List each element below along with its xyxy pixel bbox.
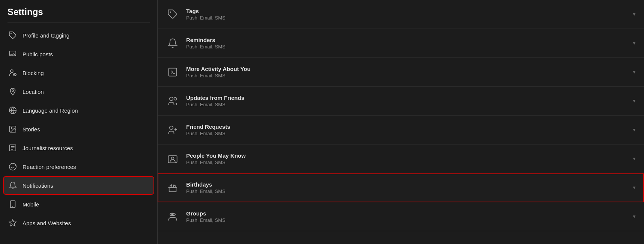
notif-subtitle: Push, Email, SMS (186, 73, 627, 78)
svg-point-19 (170, 11, 171, 13)
svg-point-23 (170, 126, 173, 130)
sidebar-item-label: Apps and Websites (23, 220, 71, 226)
person-add-icon (165, 122, 180, 137)
sidebar-item-language-region[interactable]: Language and Region (3, 101, 154, 120)
sidebar-item-label: Profile and tagging (23, 32, 69, 39)
comment-square-icon (8, 50, 17, 59)
svg-point-27 (172, 157, 174, 160)
sidebar-item-location[interactable]: Location (3, 82, 154, 101)
sidebar-item-label: Language and Region (23, 107, 78, 114)
notif-row-reminders[interactable]: Reminders Push, Email, SMS ▼ (158, 29, 644, 58)
sidebar-item-notifications[interactable]: Notifications (3, 176, 154, 195)
notif-title: Birthdays (186, 181, 627, 188)
tag-icon (8, 31, 17, 40)
notif-row-tags[interactable]: Tags Push, Email, SMS ▼ (158, 0, 644, 29)
sidebar-item-blocking[interactable]: Blocking (3, 63, 154, 82)
notif-title: More Activity About You (186, 66, 627, 72)
notif-subtitle: Push, Email, SMS (186, 44, 627, 50)
chevron-down-icon: ▼ (632, 127, 636, 133)
tags-icon (165, 7, 180, 22)
reminders-icon (165, 36, 180, 51)
sidebar-item-label: Blocking (23, 70, 44, 76)
svg-point-14 (9, 163, 16, 170)
notif-row-birthdays[interactable]: Birthdays Push, Email, SMS ▼ (158, 173, 644, 202)
image-frame-icon (8, 125, 17, 134)
sidebar-item-label: Notifications (23, 182, 53, 189)
apps-icon (8, 218, 17, 227)
svg-point-9 (11, 127, 12, 128)
globe-icon (8, 106, 17, 115)
mobile-icon (8, 200, 17, 209)
notif-row-updates-friends[interactable]: Updates from Friends Push, Email, SMS ▼ (158, 87, 644, 116)
sidebar: Settings Profile and tagging Public post… (0, 0, 158, 244)
person-card-icon (165, 151, 180, 166)
chevron-down-icon: ▼ (632, 12, 636, 17)
sidebar-title: Settings (3, 0, 154, 23)
notif-subtitle: Push, Email, SMS (186, 15, 627, 21)
notif-subtitle: Push, Email, SMS (186, 102, 627, 107)
notif-title: Groups (186, 210, 627, 217)
location-pin-icon (8, 87, 17, 96)
sidebar-item-stories[interactable]: Stories (3, 120, 154, 139)
chevron-down-icon: ▼ (632, 98, 636, 104)
sidebar-item-mobile[interactable]: Mobile (3, 195, 154, 214)
chevron-down-icon: ▼ (632, 69, 636, 75)
group-icon (165, 209, 180, 224)
chevron-down-icon: ▼ (632, 214, 636, 219)
notif-title: Tags (186, 8, 627, 14)
birthday-icon (165, 180, 180, 195)
person-block-icon (8, 68, 17, 77)
notif-row-more-activity[interactable]: More Activity About You Push, Email, SMS… (158, 58, 644, 87)
sidebar-item-label: Public posts (23, 51, 53, 57)
sidebar-item-label: Stories (23, 126, 40, 133)
notif-subtitle: Push, Email, SMS (186, 131, 627, 136)
notif-subtitle: Push, Email, SMS (186, 160, 627, 165)
svg-point-5 (12, 90, 14, 92)
sidebar-item-label: Mobile (23, 201, 39, 208)
svg-line-4 (14, 74, 16, 76)
notif-row-groups[interactable]: Groups Push, Email, SMS ▼ (158, 202, 644, 231)
chevron-down-icon: ▼ (632, 41, 636, 46)
sidebar-item-label: Journalist resources (23, 145, 73, 151)
sidebar-item-reaction-preferences[interactable]: Reaction preferences (3, 157, 154, 176)
notif-row-people-may-know[interactable]: People You May Know Push, Email, SMS ▼ (158, 145, 644, 173)
sidebar-item-label: Reaction preferences (23, 164, 76, 170)
newspaper-icon (8, 143, 17, 152)
chevron-down-icon: ▼ (632, 156, 636, 161)
notif-row-friend-requests[interactable]: Friend Requests Push, Email, SMS ▼ (158, 116, 644, 145)
notif-title: People You May Know (186, 152, 627, 159)
sidebar-item-profile-tagging[interactable]: Profile and tagging (3, 26, 154, 45)
people-icon (165, 93, 180, 108)
svg-point-22 (174, 98, 177, 100)
notif-title: Updates from Friends (186, 95, 627, 101)
notif-subtitle: Push, Email, SMS (186, 217, 627, 223)
activity-box-icon (165, 65, 180, 80)
sidebar-item-label: Location (23, 89, 44, 95)
svg-point-21 (170, 97, 173, 101)
svg-point-2 (11, 70, 13, 72)
sidebar-divider (8, 23, 150, 23)
reaction-icon (8, 162, 17, 171)
notif-subtitle: Push, Email, SMS (186, 188, 627, 194)
chevron-down-icon: ▼ (632, 185, 636, 190)
svg-point-0 (11, 33, 12, 34)
sidebar-item-journalist-resources[interactable]: Journalist resources (3, 139, 154, 157)
main-content: Tags Push, Email, SMS ▼ Reminders Push, … (158, 0, 644, 244)
notif-title: Friend Requests (186, 124, 627, 130)
notif-title: Reminders (186, 37, 627, 43)
bell-icon (8, 181, 17, 190)
sidebar-item-apps-websites[interactable]: Apps and Websites (3, 214, 154, 232)
sidebar-item-public-posts[interactable]: Public posts (3, 45, 154, 63)
